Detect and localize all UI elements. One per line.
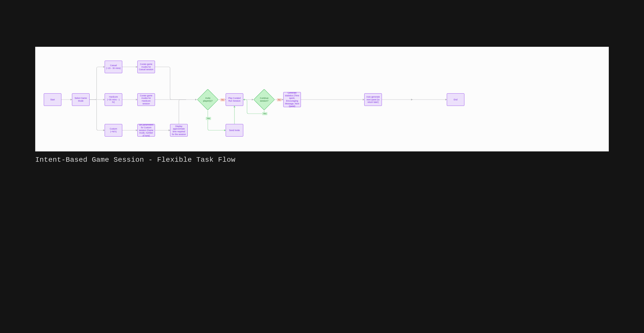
flowchart-canvas: Start Select Game Mode Casual(~15 - 30 m… — [35, 47, 609, 151]
node-hardcore: Hardcore(~30 mins - 1 hr) — [105, 93, 122, 106]
node-auto-generate: Auto-generate next quest (to return late… — [364, 93, 382, 106]
node-casual: Casual(~15 - 30 mins) — [105, 61, 122, 73]
node-custom: Custom(~N/A) — [105, 124, 122, 137]
node-generate-stats: Generate statistics (Time spent, Encoura… — [283, 92, 301, 107]
node-curate-casual: Curate game modes for Casual session — [137, 61, 155, 73]
badge-continue-no: No — [277, 98, 281, 101]
node-display-time: Display approximate time required for th… — [170, 124, 188, 137]
node-start: Start — [44, 93, 61, 106]
node-curate-hardcore: Curate game modes for Hardcore session — [137, 93, 155, 106]
node-select-game-mode: Select Game Mode — [72, 93, 90, 106]
node-end: End — [447, 93, 464, 106]
badge-invite-yes: Yes — [206, 117, 211, 120]
badge-continue-yes: Yes — [262, 112, 267, 115]
label-invite: Invite player(s)? — [202, 97, 214, 102]
badge-invite-no: No — [220, 98, 225, 101]
node-play-run: Play Curated Run Session — [226, 93, 243, 106]
label-continue: Continue session? — [258, 97, 270, 102]
node-send-invite: Send Invite — [226, 124, 243, 137]
node-set-params: Set parameters for Custom session (Game … — [137, 124, 155, 137]
figure-caption: Intent-Based Game Session - Flexible Tas… — [35, 156, 235, 164]
stage: Start Select Game Mode Casual(~15 - 30 m… — [0, 0, 644, 333]
